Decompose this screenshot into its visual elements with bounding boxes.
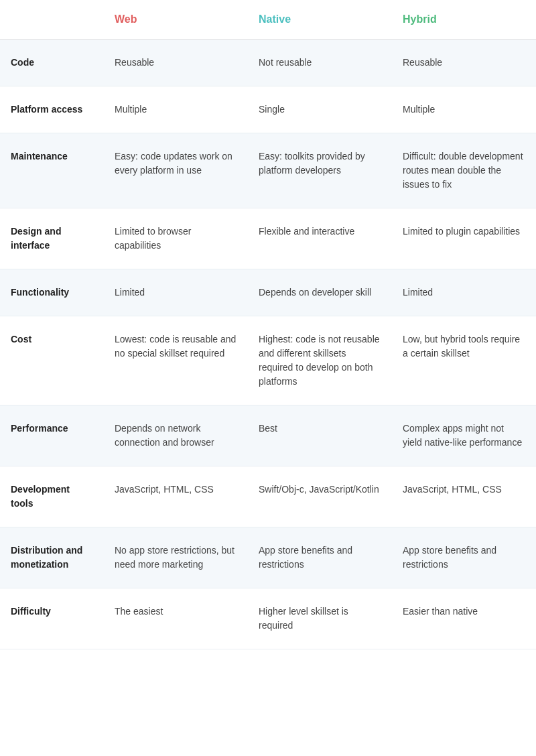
row-label-cell: Distribution and monetization: [0, 527, 104, 588]
row-label-cell: Functionality: [0, 269, 104, 316]
row-hybrid-cell: Reusable: [392, 40, 536, 86]
row-label-cell: Development tools: [0, 466, 104, 527]
table-body: CodeReusableNot reusableReusablePlatform…: [0, 40, 536, 649]
row-native-cell: Highest: code is not reusable and differ…: [248, 316, 392, 405]
row-native-cell: App store benefits and restrictions: [248, 527, 392, 588]
row-label-cell: Maintenance: [0, 133, 104, 208]
row-hybrid-cell: Complex apps might not yield native-like…: [392, 405, 536, 466]
header-native: Native: [248, 0, 392, 40]
comparison-table: Web Native Hybrid CodeReusableNot reusab…: [0, 0, 536, 649]
row-hybrid-cell: Difficult: double development routes mea…: [392, 133, 536, 208]
row-hybrid-cell: Low, but hybrid tools require a certain …: [392, 316, 536, 405]
table-row: MaintenanceEasy: code updates work on ev…: [0, 133, 536, 208]
row-web-cell: No app store restrictions, but need more…: [104, 527, 248, 588]
row-web-cell: Limited: [104, 269, 248, 316]
row-native-cell: Depends on developer skill: [248, 269, 392, 316]
row-label-cell: Performance: [0, 405, 104, 466]
row-web-cell: JavaScript, HTML, CSS: [104, 466, 248, 527]
row-web-cell: Limited to browser capabilities: [104, 208, 248, 269]
row-web-cell: Lowest: code is reusable and no special …: [104, 316, 248, 405]
row-native-cell: Not reusable: [248, 40, 392, 86]
row-hybrid-cell: Multiple: [392, 86, 536, 133]
table-row: PerformanceDepends on network connection…: [0, 405, 536, 466]
row-hybrid-cell: App store benefits and restrictions: [392, 527, 536, 588]
table-row: Development toolsJavaScript, HTML, CSSSw…: [0, 466, 536, 527]
row-label-cell: Platform access: [0, 86, 104, 133]
row-label-cell: Design and interface: [0, 208, 104, 269]
header-hybrid: Hybrid: [392, 0, 536, 40]
table-row: DifficultyThe easiestHigher level skills…: [0, 588, 536, 649]
row-native-cell: Swift/Obj-c, JavaScript/Kotlin: [248, 466, 392, 527]
row-label-cell: Code: [0, 40, 104, 86]
row-hybrid-cell: Limited: [392, 269, 536, 316]
comparison-table-container: Web Native Hybrid CodeReusableNot reusab…: [0, 0, 536, 649]
table-row: CostLowest: code is reusable and no spec…: [0, 316, 536, 405]
row-web-cell: Easy: code updates work on every platfor…: [104, 133, 248, 208]
table-row: Platform accessMultipleSingleMultiple: [0, 86, 536, 133]
row-native-cell: Single: [248, 86, 392, 133]
row-hybrid-cell: JavaScript, HTML, CSS: [392, 466, 536, 527]
row-web-cell: Multiple: [104, 86, 248, 133]
row-web-cell: Reusable: [104, 40, 248, 86]
row-web-cell: The easiest: [104, 588, 248, 649]
row-hybrid-cell: Easier than native: [392, 588, 536, 649]
table-row: Distribution and monetizationNo app stor…: [0, 527, 536, 588]
row-hybrid-cell: Limited to plugin capabilities: [392, 208, 536, 269]
row-web-cell: Depends on network connection and browse…: [104, 405, 248, 466]
table-row: FunctionalityLimitedDepends on developer…: [0, 269, 536, 316]
row-native-cell: Easy: toolkits provided by platform deve…: [248, 133, 392, 208]
header-label-cell: [0, 0, 104, 40]
header-web: Web: [104, 0, 248, 40]
row-label-cell: Cost: [0, 316, 104, 405]
table-row: CodeReusableNot reusableReusable: [0, 40, 536, 86]
row-native-cell: Flexible and interactive: [248, 208, 392, 269]
table-row: Design and interfaceLimited to browser c…: [0, 208, 536, 269]
table-header: Web Native Hybrid: [0, 0, 536, 40]
row-label-cell: Difficulty: [0, 588, 104, 649]
row-native-cell: Best: [248, 405, 392, 466]
row-native-cell: Higher level skillset is required: [248, 588, 392, 649]
